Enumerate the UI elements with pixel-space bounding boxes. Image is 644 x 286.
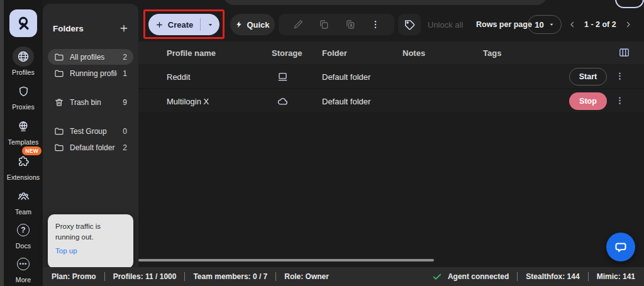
row-menu-icon[interactable] [615,94,625,107]
profiles-count-status: Profiles: 11 / 1000 [113,272,177,281]
table-row[interactable]: Multilogin X Default folder Stop [138,89,644,113]
profile-name-cell: Multilogin X [167,89,209,113]
search-input[interactable]: Search. All quick actions [223,0,547,5]
table-header: Profile name Storage Folder Notes Tags [138,41,644,64]
notice-text: Proxy traffic is running out. [55,221,126,242]
folder-label: Running profiles [70,69,117,78]
shield-icon [13,81,34,101]
next-page-icon[interactable] [624,20,633,29]
folder-icon [54,143,64,153]
more-actions-icon[interactable] [370,19,380,30]
plan-status: Plan: Promo [52,272,96,281]
folder-icon [54,126,64,136]
new-badge: NEW [22,146,42,155]
chevron-down-icon [548,21,555,28]
sidebar-item-templates[interactable]: Templates [4,116,43,146]
folder-item-all-profiles[interactable]: All profiles 2 [48,49,133,65]
folder-count: 1 [123,69,127,78]
sidebar-item-label: Docs [16,242,31,250]
stop-profile-button[interactable]: Stop [569,92,607,110]
check-icon [432,272,442,282]
sidebar-item-more[interactable]: ••• More [4,254,43,283]
row-menu-icon[interactable] [615,70,625,82]
stealthfox-version: Stealthfox: 144 [526,272,579,281]
app-window: Profiles Proxies Templates NEW [0,0,644,286]
profile-name-cell: Reddit [167,65,191,89]
sidebar-item-label: Proxies [12,103,35,111]
folder-count: 2 [123,53,127,62]
divider [588,272,589,281]
divider [104,272,105,281]
proxy-traffic-notice: Proxy traffic is running out. Top up [48,214,133,268]
globe-icon [13,47,34,67]
folder-item-trash-bin[interactable]: Trash bin 9 [48,94,133,110]
folder-label: Default folder [70,143,117,152]
sidebar-item-profiles[interactable]: Profiles [4,47,43,76]
help-question-icon: ? [13,220,34,240]
lightning-icon [235,20,243,29]
folder-cell: Default folder [322,89,370,113]
status-bar: Plan: Promo Profiles: 11 / 1000 Team mem… [43,267,644,286]
tags-button[interactable] [398,14,421,35]
rows-per-page-value: 10 [535,20,543,30]
top-up-link[interactable]: Top up [55,247,77,255]
add-folder-button[interactable] [117,21,131,35]
horizontal-scrollbar[interactable] [138,259,434,261]
sidebar-item-proxies[interactable]: Proxies [4,81,43,111]
role-status: Role: Owner [284,272,329,281]
account-avatar[interactable] [615,0,644,8]
unlock-all-button[interactable]: Unlock all [428,14,463,35]
quick-profile-button[interactable]: Quick [230,14,275,35]
duplicate-icon[interactable] [318,19,330,30]
create-profile-button[interactable]: Create [148,14,219,35]
sidebar-item-label: Extensions [7,173,40,181]
create-dropdown-toggle[interactable] [201,21,219,28]
folder-count: 2 [123,143,127,152]
support-chat-button[interactable] [606,233,635,261]
sidebar-item-label: Templates [8,138,39,146]
column-header-storage[interactable]: Storage [272,41,302,64]
main-content: Search. All quick actions Create Quick [138,0,644,267]
folders-panel: Folders All profiles 2 Running profiles … [43,4,138,267]
local-storage-icon [277,65,289,89]
start-profile-button[interactable]: Start [569,68,607,85]
folder-label: Test Group [70,127,117,136]
plus-icon [155,21,164,29]
folder-item-default-folder[interactable]: Default folder 2 [48,140,133,155]
sidebar-item-docs[interactable]: ? Docs [4,220,43,250]
divider [275,272,276,281]
team-people-icon [13,186,34,206]
table-row[interactable]: Reddit Default folder Start [138,65,644,89]
team-members-status: Team members: 0 / 7 [193,272,267,281]
pagination: 1 - 2 of 2 [568,14,633,35]
column-settings-icon[interactable] [618,47,630,58]
column-header-folder[interactable]: Folder [322,41,347,64]
sidebar-item-extensions[interactable]: NEW Extensions [4,151,43,181]
multilogin-logo[interactable] [9,9,37,37]
column-header-notes[interactable]: Notes [402,41,425,64]
sidebar-item-team[interactable]: Team [4,186,43,216]
tag-icon [404,19,416,31]
folder-item-running-profiles[interactable]: Running profiles 1 [48,65,133,81]
edit-icon[interactable] [292,19,304,30]
profile-actions-toolbar [279,14,394,35]
folder-label: Trash bin [70,98,117,107]
multilogin-logo-icon [15,15,31,31]
folder-item-test-group[interactable]: Test Group 0 [48,123,133,139]
mimic-version: Mimic: 141 [597,272,635,281]
folders-title: Folders [53,24,84,33]
clone-to-account-icon[interactable] [345,19,356,30]
folder-count: 9 [123,98,127,107]
sidebar-item-label: Profiles [12,69,35,76]
icon-rail: Profiles Proxies Templates NEW [4,0,43,286]
agent-status: Agent connected [448,272,509,281]
folder-label: All profiles [70,53,117,62]
chat-bubble-icon [613,239,628,255]
trash-icon [54,97,64,107]
column-header-profile-name[interactable]: Profile name [167,41,216,64]
prev-page-icon[interactable] [568,20,577,29]
rows-per-page-select[interactable]: 10 [528,15,562,34]
more-ellipsis-icon: ••• [13,254,34,274]
column-header-tags[interactable]: Tags [483,41,501,64]
sidebar-item-label: Team [15,208,31,216]
